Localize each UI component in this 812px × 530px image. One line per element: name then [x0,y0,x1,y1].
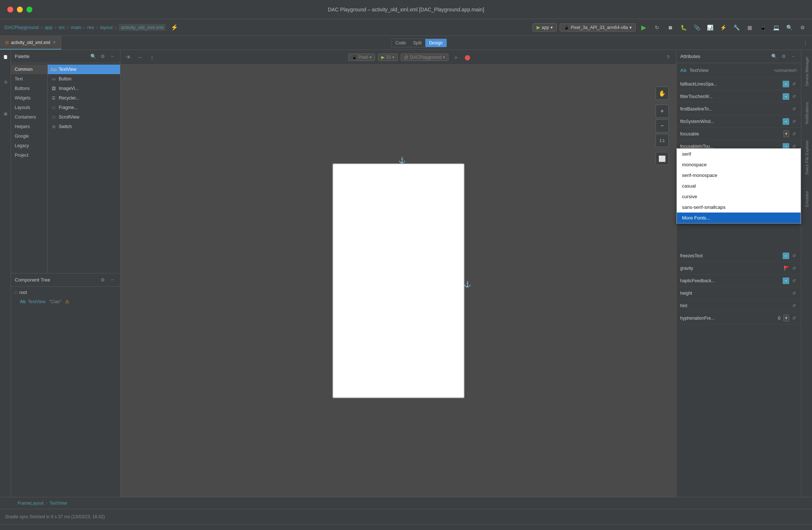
bc-framelayout[interactable]: FrameLayout [18,501,44,506]
debug-button[interactable]: 🐛 [678,22,689,33]
split-mode-button[interactable]: Split [409,39,425,47]
attr-reset-fallback[interactable]: ↺ [791,81,797,87]
api-selector[interactable]: ▶ 33 ▾ [378,54,398,61]
palette-item-scrollview[interactable]: □ ScrollView [48,112,120,122]
attr-reset-height[interactable]: ↺ [791,290,797,297]
palette-cat-helpers[interactable]: Helpers [11,122,47,131]
app-selector[interactable]: ▶ app ▾ [533,23,557,32]
refresh-button[interactable]: ↻ [652,22,662,33]
palette-cat-project[interactable]: Project [11,150,47,160]
right-pin[interactable]: ⚓ [464,281,471,288]
find-button[interactable]: 🔍 Find [48,528,72,530]
attr-reset-gravity[interactable]: ↺ [791,265,797,272]
attr-reset-hint[interactable]: ↺ [791,302,797,309]
bc-textview[interactable]: TextView [50,501,67,506]
tree-item-textview[interactable]: Ab TextView "Ciao" ⚠ [11,297,120,306]
top-pin[interactable]: ⚓ [398,157,406,164]
breadcrumb-main[interactable]: main [71,25,81,30]
breadcrumb-layout[interactable]: layout [100,25,113,30]
palette-minimize-button[interactable]: − [108,52,116,61]
palette-cat-containers[interactable]: Containers [11,112,47,122]
attr-reset-focusable[interactable]: ↺ [791,131,797,137]
attr-search-button[interactable]: 🔍 [770,52,778,61]
font-option-more-fonts[interactable]: More Fonts... [677,213,801,223]
vtab-device-manager[interactable]: Device Manager [803,53,811,90]
arrows-v-icon[interactable]: ↕ [148,53,156,62]
attr-settings-button[interactable]: ⚙ [780,52,788,61]
project-selector[interactable]: @ DACPlayground ▾ [401,54,448,61]
problems-button[interactable]: ⚠ Problems [234,528,267,530]
profile-button[interactable]: ⚡ [718,22,728,33]
attr-minus-haptic[interactable]: − [783,277,789,284]
settings-btn[interactable]: ⚙ [797,22,808,33]
frame-button[interactable]: ⬜ [656,152,669,165]
attr-minus-freezestext[interactable]: − [783,253,789,259]
bookmark-icon[interactable]: 📑 [1,53,10,62]
profiler-button[interactable]: ⏱ Profiler [73,528,101,530]
tree-minimize-button[interactable]: − [108,276,116,284]
breadcrumb-file[interactable]: activity_old_xml.xml [119,24,166,31]
fit-button[interactable]: 1:1 [656,134,669,147]
attr-reset-filter[interactable]: ↺ [791,93,797,100]
palette-cat-text[interactable]: Text [11,74,47,84]
attr-reset-freezestext[interactable]: ↺ [791,253,797,259]
tools-button[interactable]: 🔧 [731,22,741,33]
tab-close-button[interactable]: ✕ [53,40,56,45]
font-option-sans-serif-smallcaps[interactable]: sans-serif-smallcaps [677,202,801,213]
stop-button[interactable]: ⏹ [665,22,675,33]
hand-tool-button[interactable]: ✋ [656,87,669,100]
breadcrumb-root[interactable]: DACPlayground [4,25,39,30]
palette-cat-legacy[interactable]: Legacy [11,141,47,150]
palette-item-recyclerview[interactable]: ☰ Recycler... [48,93,120,103]
code-mode-button[interactable]: Code [391,39,409,47]
design-mode-button[interactable]: Design [425,39,446,47]
palette-cat-layouts[interactable]: Layouts [11,103,47,112]
breadcrumb-src[interactable]: src [59,25,65,30]
more-options-icon[interactable]: » [451,53,460,62]
tab-more-button[interactable]: ⋮ [799,40,812,46]
palette-item-switch[interactable]: ⊙ Switch [48,122,120,131]
zoom-out-button[interactable]: − [656,119,669,132]
coverage-button[interactable]: 📊 [705,22,715,33]
minimize-button[interactable] [17,7,23,12]
device-mgr-btn[interactable]: 💻 [771,22,781,33]
hyphenation-dropdown[interactable]: ▾ [783,315,789,322]
font-option-serif-monospace[interactable]: serif-monospace [677,170,801,181]
pixel-selector[interactable]: 📱 Pixel ▾ [348,54,375,61]
font-option-serif[interactable]: serif [677,149,801,159]
active-tab[interactable]: ⊞ activity_old_xml.xml ✕ [0,36,61,50]
breadcrumb-app[interactable]: app [45,25,53,30]
search-everywhere-btn[interactable]: 🔍 [784,22,794,33]
attr-reset-fitssystem[interactable]: ↺ [791,118,797,125]
font-option-casual[interactable]: casual [677,181,801,191]
palette-search-button[interactable]: 🔍 [89,52,97,61]
palette-item-fragment[interactable]: □ Fragme... [48,103,120,112]
attr-minus-fitssystem[interactable]: − [783,118,789,125]
palette-cat-common[interactable]: Common [11,65,47,74]
tree-settings-button[interactable]: ⚙ [99,276,107,284]
focusable-dropdown[interactable]: ▾ [783,130,789,137]
attr-reset-firstbaseline[interactable]: ↺ [791,106,797,112]
attr-reset-haptic[interactable]: ↺ [791,277,797,284]
todo-button[interactable]: ☑ TODO [207,528,234,530]
logcat-button[interactable]: ☰ Logcat [101,528,128,530]
attr-reset-hyphenation[interactable]: ↺ [791,315,797,322]
app-inspection-button[interactable]: 🔬 App Inspection [329,528,373,530]
help-icon[interactable]: ? [664,53,672,62]
terminal-button[interactable]: ▶ Terminal [267,528,297,530]
zoom-in-button[interactable]: + [656,105,669,118]
attr-minus-fallback[interactable]: − [783,81,789,87]
breadcrumb-res[interactable]: res [87,25,94,30]
attach-button[interactable]: 📎 [692,22,702,33]
vtab-emulator[interactable]: Emulator [803,187,811,211]
vtab-file-explorer[interactable]: Swice File Explorer [803,137,811,178]
services-button[interactable]: ⚙ Services [297,528,328,530]
vtab-notifications[interactable]: Notifications [803,98,811,128]
palette-item-imageview[interactable]: 🖼 ImageVi... [48,84,120,93]
build-variants-icon[interactable]: ▦ [1,110,10,119]
eye-icon[interactable]: 👁 [124,53,133,62]
run-button[interactable]: ▶ [639,22,649,33]
error-icon[interactable]: ⬤ [463,53,472,62]
palette-cat-buttons[interactable]: Buttons [11,84,47,93]
arrows-h-icon[interactable]: ↔ [136,53,145,62]
